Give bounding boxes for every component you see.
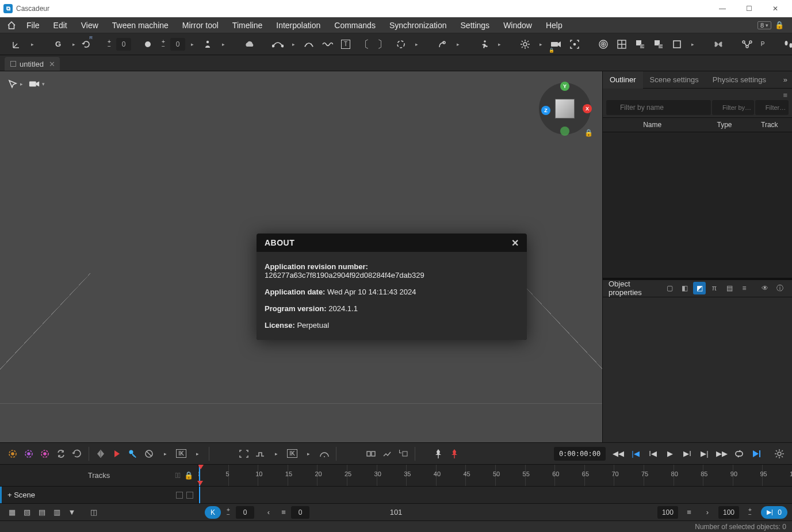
range-right-icon[interactable]: ›: [700, 506, 715, 519]
wavy-icon[interactable]: [319, 36, 336, 53]
box-dropdown[interactable]: ▸: [687, 36, 698, 53]
range-last-pill[interactable]: ▶| 0: [761, 506, 787, 519]
op-info-icon[interactable]: ⓘ: [774, 282, 786, 294]
camera-mode-button[interactable]: ▾: [29, 77, 45, 91]
object-properties-body[interactable]: [603, 297, 792, 443]
step-dropdown[interactable]: ▸: [268, 446, 284, 462]
ik-box-icon[interactable]: IK: [173, 446, 189, 462]
global-dropdown[interactable]: ▸: [68, 36, 79, 53]
range-out-value[interactable]: 100: [718, 506, 739, 519]
op-icon-1[interactable]: ▢: [663, 282, 676, 294]
pin-icon[interactable]: [430, 446, 446, 462]
panel-menu-icon[interactable]: ≡: [783, 91, 787, 95]
menu-help[interactable]: Help: [539, 17, 569, 33]
stepper-2-value[interactable]: 0: [170, 38, 185, 51]
arc-icon[interactable]: [316, 446, 332, 462]
filter-track-input[interactable]: [755, 100, 789, 115]
refresh-icon[interactable]: [69, 446, 85, 462]
skip-end-icon[interactable]: ▶|: [697, 446, 713, 462]
snap-1-icon[interactable]: [363, 446, 379, 462]
box-icon[interactable]: [668, 36, 686, 53]
stepper-2-dropdown[interactable]: ▸: [186, 36, 198, 53]
op-icon-6[interactable]: ≡: [738, 282, 751, 294]
reset-icon[interactable]: R: [81, 36, 92, 53]
graph-p-icon[interactable]: P: [757, 36, 768, 53]
menu-tween-machine[interactable]: Tween machine: [105, 17, 175, 33]
gizmo-y-neg-axis[interactable]: [560, 127, 569, 136]
remove-box-icon[interactable]: −: [650, 36, 667, 53]
frame-value-2[interactable]: 0: [291, 506, 309, 519]
range-icon[interactable]: [236, 446, 252, 462]
close-button[interactable]: ✕: [762, 0, 789, 17]
ik-box-dropdown[interactable]: ▸: [189, 446, 205, 462]
autokey-3-icon[interactable]: [37, 446, 53, 462]
skip-start-icon[interactable]: |◀: [628, 446, 644, 462]
manipulator-icon[interactable]: [8, 36, 25, 53]
run-dropdown[interactable]: ▸: [493, 36, 505, 53]
butterfly-icon[interactable]: [710, 36, 727, 53]
mirror-icon[interactable]: [93, 446, 109, 462]
about-close-button[interactable]: ✕: [511, 238, 519, 248]
menu-view[interactable]: View: [74, 17, 105, 33]
bb-list-icon[interactable]: ≡: [276, 506, 291, 519]
timeline-ruler[interactable]: 0510152025303540455055606570758085909510…: [198, 465, 792, 486]
tab-outliner[interactable]: Outliner: [603, 71, 643, 89]
loop-icon[interactable]: [731, 446, 747, 462]
gear-icon[interactable]: [516, 36, 534, 53]
lock-camera-icon[interactable]: 🔒: [548, 36, 565, 53]
ik-dropdown[interactable]: ▸: [452, 36, 464, 53]
op-visibility-icon[interactable]: 👁: [759, 282, 771, 294]
gear-dropdown[interactable]: ▸: [535, 36, 546, 53]
maximize-button[interactable]: ☐: [736, 0, 762, 17]
stepper-1-value[interactable]: 0: [116, 38, 131, 51]
menu-interpolation[interactable]: Interpolation: [269, 17, 327, 33]
bb-icon-5[interactable]: ▼: [64, 506, 79, 519]
menu-file[interactable]: File: [20, 17, 47, 33]
graph-icon[interactable]: [739, 36, 756, 53]
curve-icon[interactable]: [269, 36, 286, 53]
add-box-icon[interactable]: +: [632, 36, 649, 53]
record-icon[interactable]: [109, 446, 125, 462]
outliner-col-name[interactable]: Name: [603, 121, 702, 129]
play-range-icon[interactable]: [748, 446, 764, 462]
menu-edit[interactable]: Edit: [47, 17, 74, 33]
bb-left-icon[interactable]: ‹: [261, 506, 276, 519]
plus-minus-1[interactable]: +−: [104, 36, 115, 53]
track-lane[interactable]: [198, 487, 792, 503]
frame-stepper-icon[interactable]: +−: [221, 506, 236, 519]
track-scene[interactable]: + Scene: [0, 487, 198, 503]
gizmo-z-axis[interactable]: Z: [541, 106, 550, 115]
menu-synchronization[interactable]: Synchronization: [382, 17, 454, 33]
menu-commands[interactable]: Commands: [327, 17, 382, 33]
current-frame-pill[interactable]: K: [205, 506, 221, 519]
range-stepper-icon[interactable]: +−: [743, 506, 757, 519]
play-icon[interactable]: ▶: [662, 446, 678, 462]
gizmo-y-axis[interactable]: Y: [560, 82, 569, 91]
frame-value-1[interactable]: 0: [236, 506, 254, 519]
run-icon[interactable]: [475, 36, 492, 53]
next-key-icon[interactable]: ▶I: [679, 446, 695, 462]
filter-type-input[interactable]: [712, 100, 754, 115]
rewind-icon[interactable]: ◀◀: [610, 446, 626, 462]
bb-icon-3[interactable]: ▤: [35, 506, 49, 519]
global-mode-icon[interactable]: G: [49, 36, 67, 53]
tab-physics-settings[interactable]: Physics settings: [706, 71, 773, 89]
prev-key-icon[interactable]: I◀: [645, 446, 661, 462]
sync-icon[interactable]: [53, 446, 69, 462]
autokey-2-icon[interactable]: [21, 446, 37, 462]
playhead[interactable]: [199, 487, 200, 503]
bb-icon-6[interactable]: ◫: [86, 506, 101, 519]
pin-red-icon[interactable]: [446, 446, 462, 462]
document-tab[interactable]: untitled ✕: [5, 57, 60, 71]
document-tab-close-icon[interactable]: ✕: [49, 60, 55, 68]
ik-small-dropdown[interactable]: ▸: [300, 446, 316, 462]
gizmo-x-axis[interactable]: X: [583, 104, 592, 113]
filter-name-input[interactable]: [606, 100, 711, 115]
lock-icon[interactable]: 🔒: [775, 21, 784, 29]
home-icon[interactable]: [3, 17, 20, 33]
track-toggle-2[interactable]: [186, 492, 193, 499]
menu-settings[interactable]: Settings: [454, 17, 497, 33]
plus-minus-2[interactable]: +−: [158, 36, 169, 53]
layout-badge[interactable]: 8▾: [757, 21, 771, 29]
outliner-col-type[interactable]: Type: [702, 121, 747, 129]
